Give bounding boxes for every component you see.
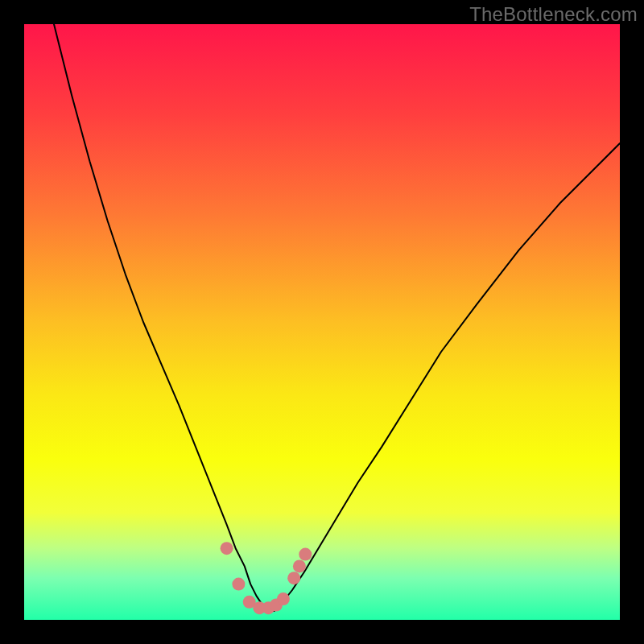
marker-dot (299, 548, 312, 561)
marker-dot (287, 572, 300, 584)
marker-dot (277, 592, 290, 605)
chart-svg (24, 24, 620, 620)
marker-dot (232, 578, 245, 591)
chart-frame: TheBottleneck.com (0, 0, 644, 644)
chart-background (24, 24, 620, 620)
plot-area (24, 24, 620, 620)
marker-dot (293, 559, 306, 572)
watermark-text: TheBottleneck.com (469, 3, 638, 26)
marker-dot (221, 542, 233, 555)
